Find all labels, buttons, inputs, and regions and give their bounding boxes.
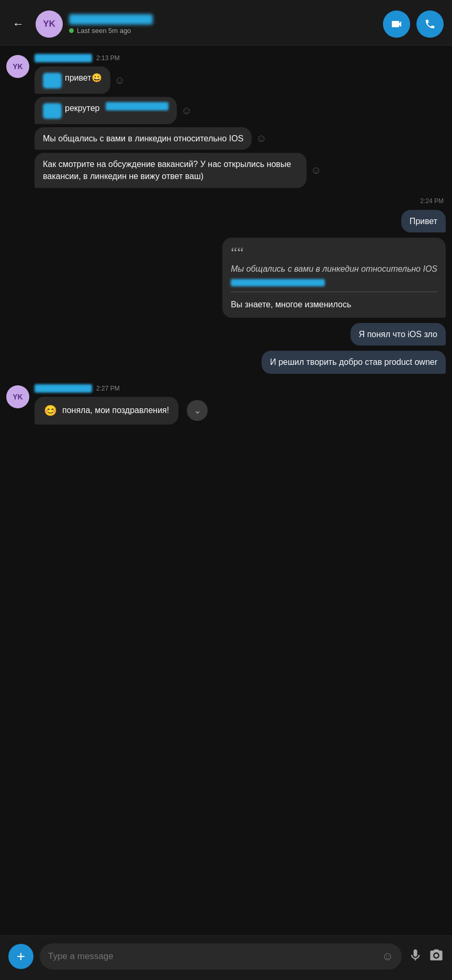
header-actions xyxy=(383,10,444,38)
header-name-row xyxy=(69,14,378,25)
chat-area: YK 2:13 PM привет😀 ☺ рекрутер xyxy=(0,46,452,921)
bubble-incoming-last: 😊 поняла, мои поздравления! xyxy=(35,397,178,425)
quote-body-text: Вы знаете, многое изменилось xyxy=(231,298,437,310)
contact-name-blur-2 xyxy=(35,384,92,393)
react-icon-2[interactable]: ☺ xyxy=(181,105,191,117)
online-status-dot xyxy=(69,28,74,33)
quote-italic-text: Мы общались с вами в линкедин относитель… xyxy=(231,263,437,275)
bubble-incoming-2: рекрутер xyxy=(35,97,177,124)
redacted-blur-1 xyxy=(106,102,168,110)
react-icon-3[interactable]: ☺ xyxy=(256,132,266,144)
msg-time-row-1: 2:13 PM xyxy=(35,54,321,62)
quote-mark: ““ xyxy=(231,245,437,260)
bubble-quote: ““ Мы общались с вами в линкедин относит… xyxy=(222,238,446,318)
last-msg-emoji: 😊 xyxy=(44,403,57,418)
outgoing-timestamp: 2:24 PM xyxy=(6,197,446,205)
scroll-down-button[interactable]: ⌄ xyxy=(187,400,208,421)
bubble-incoming-3: Мы общались с вами в линкедин относитель… xyxy=(35,127,252,150)
video-call-button[interactable] xyxy=(383,10,410,38)
react-icon-1[interactable]: ☺ xyxy=(115,74,125,86)
emoji-picker-icon[interactable]: ☺ xyxy=(382,950,393,963)
add-attachment-button[interactable]: + xyxy=(8,944,33,969)
outgoing-msg-1: Привет xyxy=(6,210,446,232)
bubble-wrap-1: привет😀 ☺ xyxy=(35,66,321,94)
message-input-wrap[interactable]: ☺ xyxy=(40,943,402,970)
incoming-msg-col-1: 2:13 PM привет😀 ☺ рекрутер ☺ xyxy=(35,54,321,188)
bubble-outgoing-3: И решил творить добро став product owner xyxy=(262,351,446,373)
voice-call-button[interactable] xyxy=(416,10,444,38)
bubble-wrap-3: Мы общались с вами в линкедин относитель… xyxy=(35,127,321,150)
bubble-wrap-2: рекрутер ☺ xyxy=(35,97,321,124)
bubble-outgoing-1: Привет xyxy=(401,210,446,232)
msg-timestamp-2: 2:27 PM xyxy=(96,385,120,392)
camera-button[interactable] xyxy=(429,948,444,966)
emoji-blob-1 xyxy=(43,73,62,88)
bubble-wrap-4: Как смотрите на обсуждение вакансий? У н… xyxy=(35,153,321,187)
bubble-incoming-4: Как смотрите на обсуждение вакансий? У н… xyxy=(35,153,307,187)
bubble-outgoing-2: Я понял что iOS зло xyxy=(351,323,446,346)
bubble-incoming-1: привет😀 xyxy=(35,66,110,94)
voice-message-button[interactable] xyxy=(408,948,423,966)
msg-time-row-2: 2:27 PM xyxy=(35,384,208,393)
incoming-msg-col-2: 2:27 PM 😊 поняла, мои поздравления! ⌄ xyxy=(35,384,208,425)
back-button[interactable]: ← xyxy=(8,15,28,33)
message-input-bar: + ☺ xyxy=(0,936,452,980)
outgoing-msg-3: И решил творить добро став product owner xyxy=(6,351,446,373)
outgoing-msg-quote: ““ Мы общались с вами в линкедин относит… xyxy=(6,238,446,318)
incoming-message-group-1: YK 2:13 PM привет😀 ☺ рекрутер xyxy=(6,54,446,188)
quote-sub-blur xyxy=(231,279,325,286)
react-icon-4[interactable]: ☺ xyxy=(311,164,321,176)
header-info: Last seen 5m ago xyxy=(69,14,378,35)
header-avatar: YK xyxy=(36,10,63,38)
quote-divider xyxy=(231,292,437,292)
contact-avatar-1: YK xyxy=(6,55,29,78)
contact-avatar-2: YK xyxy=(6,385,29,408)
msg-timestamp-1: 2:13 PM xyxy=(96,54,120,62)
emoji-blob-2 xyxy=(43,103,62,119)
message-text-input[interactable] xyxy=(48,951,377,962)
outgoing-msg-2: Я понял что iOS зло xyxy=(6,323,446,346)
bottom-spacer xyxy=(6,427,446,484)
incoming-message-group-2: YK 2:27 PM 😊 поняла, мои поздравления! ⌄ xyxy=(6,384,446,425)
header-status: Last seen 5m ago xyxy=(69,27,378,35)
chat-header: ← YK Last seen 5m ago xyxy=(0,0,452,46)
contact-name-blur-1 xyxy=(35,54,92,62)
contact-name-blur xyxy=(69,14,153,25)
